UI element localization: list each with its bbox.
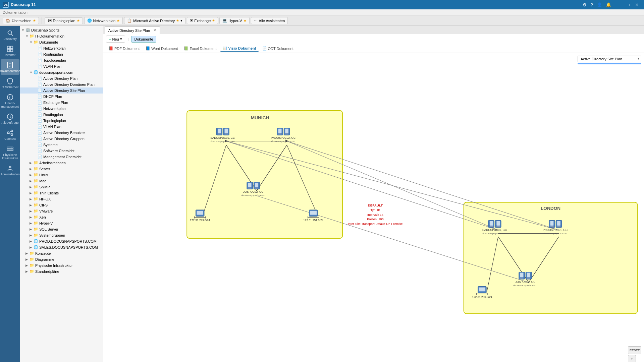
tree-item-linux[interactable]: ▶ 📁 Linux bbox=[20, 172, 103, 178]
dropdown-arrow-icon: ▾ bbox=[120, 37, 122, 41]
tab-label: Active Directory Site Plan bbox=[108, 28, 150, 33]
svg-text:SADOSPDC01, GC: SADOSPDC01, GC bbox=[210, 136, 235, 139]
tree-item-systeme[interactable]: 📄 Systeme bbox=[20, 142, 103, 148]
expand-icon: ▼ bbox=[30, 41, 34, 44]
toolbar-alle-assistenten[interactable]: ⋯ Alle Assistenten bbox=[251, 17, 288, 24]
tree-item-docusnapsports-com[interactable]: ▼ 🌐 docusnapsports.com bbox=[20, 69, 103, 75]
maximize-button[interactable]: □ bbox=[624, 1, 633, 8]
tree-item-hp-ux[interactable]: ▶ 📁 HP-UX bbox=[20, 196, 103, 202]
tree-item-routingplan2[interactable]: 📄 Routingplan bbox=[20, 112, 103, 118]
close-tab-icon[interactable]: ✕ bbox=[153, 28, 156, 33]
expand-icon: ▼ bbox=[30, 71, 34, 74]
tree-item-dhcp-plan[interactable]: 📄 DHCP Plan bbox=[20, 94, 103, 100]
sidebar-item-dokumentation[interactable]: Dokumentation bbox=[1, 59, 19, 75]
tree-item-topologieplan2[interactable]: 📄 Topologieplan bbox=[20, 118, 103, 124]
word-btn[interactable]: 📘 Word Dokument bbox=[143, 46, 180, 51]
tree-item-it-dokumentation[interactable]: ▼ 📁 IT-Dokumentation bbox=[20, 33, 103, 39]
diagram-type-selector[interactable]: Active Directory Site Plan Active Direct… bbox=[578, 56, 641, 62]
zoom-in-button[interactable]: + bbox=[628, 355, 636, 362]
conn-interval: Intervall: 15 bbox=[367, 213, 383, 217]
tree-item-sales-docusnap[interactable]: ▶ 🌐 SALES.DOCUSNAPSPORTS.COM bbox=[20, 244, 103, 250]
sidebar-item-alle-auftraege[interactable]: Alle Aufträge bbox=[1, 111, 19, 126]
tree-item-ad-gruppen[interactable]: 📄 Active Directory Gruppen bbox=[20, 136, 103, 142]
sidebar-item-inventar[interactable]: Inventar bbox=[1, 43, 19, 59]
settings-icon[interactable]: ⚙ bbox=[581, 2, 588, 8]
excel-btn[interactable]: 📗 Excel Dokument bbox=[181, 46, 219, 51]
tree-item-arbeitsstationen[interactable]: ▶ 📁 Arbeitsstationen bbox=[20, 160, 103, 166]
user-icon[interactable]: 👤 bbox=[596, 2, 603, 8]
tree-item-standardplane[interactable]: ▶ 📁 Standardpläne bbox=[20, 268, 103, 275]
tree-item-xen[interactable]: ▶ 📁 Xen bbox=[20, 214, 103, 220]
svg-text:docusnapsports.com: docusnapsports.com bbox=[271, 140, 295, 143]
plus-icon: + bbox=[109, 37, 111, 41]
toolbar-hyperv[interactable]: 💻 Hyper-V ★ bbox=[219, 17, 249, 24]
toolbar-exchange[interactable]: ✉ Exchange ★ bbox=[187, 17, 218, 24]
help-icon[interactable]: ? bbox=[589, 2, 594, 8]
tree-item-docusnap-sports[interactable]: ▼ 🏢 Docusnap Sports bbox=[20, 27, 103, 33]
sidebar-item-lizenz-management[interactable]: € Lizenz-management bbox=[1, 92, 19, 110]
toolbar-microsoft-ad[interactable]: 📋 Microsoft Active Directory ★ ▾ bbox=[124, 17, 185, 24]
expand-icon: ▶ bbox=[30, 179, 34, 183]
tree-item-snmp[interactable]: ▶ 📁 SNMP bbox=[20, 184, 103, 190]
tree-item-ad-benutzer[interactable]: 📄 Active Directory Benutzer bbox=[20, 130, 103, 136]
bell-icon[interactable]: 🔔 bbox=[605, 2, 612, 8]
tree-item-ad-site-plan[interactable]: 📄 Active Directory Site Plan bbox=[20, 87, 103, 94]
conn-transport: Inter-Site Transport Default On-Premise bbox=[348, 222, 402, 226]
sidebar-item-discovery[interactable]: Discovery bbox=[1, 27, 19, 43]
toolbar-topologieplan[interactable]: 🗺 Topologieplan ★ bbox=[45, 17, 83, 24]
visio-btn[interactable]: 📊 Visio Dokument bbox=[220, 45, 259, 52]
sidebar-item-physische-infrastruktur[interactable]: Physische Infrastruktur bbox=[1, 143, 19, 162]
tree-item-vlan-plan2[interactable]: 📄 VLAN Plan bbox=[20, 124, 103, 130]
tree-item-mac[interactable]: ▶ 📁 Mac bbox=[20, 178, 103, 184]
close-button[interactable]: ✕ bbox=[633, 1, 641, 8]
tree-item-ad-domaenen-plan[interactable]: 📄 Active Directory Domänen Plan bbox=[20, 81, 103, 87]
tree-item-physische-infra[interactable]: ▶ 📁 Physische Infrastruktur bbox=[20, 262, 103, 268]
reset-button[interactable]: RESET bbox=[628, 346, 641, 354]
tree-item-konzepte[interactable]: ▶ 📁 Konzepte bbox=[20, 250, 103, 256]
new-button[interactable]: + Neu ▾ bbox=[106, 36, 125, 43]
tree-item-vlan-plan[interactable]: 📄 VLAN Plan bbox=[20, 63, 103, 69]
munich-label: MUNICH bbox=[251, 115, 269, 120]
tree-item-server[interactable]: ▶ 📁 Server bbox=[20, 166, 103, 172]
tree-item-thin-clients[interactable]: ▶ 📁 Thin Clients bbox=[20, 190, 103, 196]
svg-rect-50 bbox=[197, 211, 203, 215]
tree-item-prod-docusnap[interactable]: ▶ 🌐 PROD.DOCUSNAPSPORTS.COM bbox=[20, 238, 103, 244]
tree-item-netzwerkplan[interactable]: 📄 Netzwerkplan bbox=[20, 45, 103, 51]
sidebar-item-it-sicherheit[interactable]: IT Sicherheit bbox=[1, 75, 19, 91]
tree-item-dokumente[interactable]: ▼ 📁 Dokumente bbox=[20, 39, 103, 45]
window-controls: — □ ✕ bbox=[615, 1, 641, 8]
dokumente-button[interactable]: Dokumente bbox=[131, 36, 156, 43]
odt-btn[interactable]: 📄 ODT Dokument bbox=[260, 46, 296, 51]
svg-text:172.31.251.0/24: 172.31.251.0/24 bbox=[303, 219, 323, 222]
star-icon: ★ bbox=[176, 19, 179, 22]
tree-item-ad-plan[interactable]: 📄 Active Directory Plan bbox=[20, 75, 103, 81]
odt-icon: 📄 bbox=[262, 46, 267, 51]
tree-item-systemgruppen[interactable]: ▶ 📁 Systemgruppen bbox=[20, 232, 103, 238]
tree-item-netzwerkplan2[interactable]: 📄 Netzwerkplan bbox=[20, 106, 103, 112]
sidebar-item-administration[interactable]: Administration bbox=[1, 163, 19, 178]
tree-item-vmware[interactable]: ▶ 📁 VMware bbox=[20, 208, 103, 214]
tab-active-directory-site-plan[interactable]: Active Directory Site Plan ✕ bbox=[105, 26, 160, 34]
sidebar-item-connect[interactable]: Connect bbox=[1, 127, 19, 142]
toolbar-netzwerkplan[interactable]: 🌐 Netzwerkplan ★ bbox=[84, 17, 123, 24]
tree-item-routingplan[interactable]: 📄 Routingplan bbox=[20, 51, 103, 57]
tree-item-diagramme[interactable]: ▶ 📁 Diagramme bbox=[20, 256, 103, 262]
tree-item-exchange-plan[interactable]: 📄 Exchange Plan bbox=[20, 100, 103, 106]
toolbar-ubersichten[interactable]: 🏠 Übersichten ★ bbox=[3, 17, 39, 24]
tabs-bar: Active Directory Site Plan ✕ bbox=[103, 26, 644, 34]
svg-text:DOSPDC02, GC: DOSPDC02, GC bbox=[243, 190, 264, 193]
minimize-button[interactable]: — bbox=[615, 1, 624, 8]
star-icon: ★ bbox=[244, 19, 247, 22]
tree-item-topologieplan[interactable]: 📄 Topologieplan bbox=[20, 57, 103, 63]
tree-item-cifs[interactable]: ▶ 📁 CIFS bbox=[20, 202, 103, 208]
dropdown-overlay: Active Directory Site Plan Active Direct… bbox=[578, 56, 641, 64]
svg-rect-34 bbox=[278, 129, 282, 133]
pdf-btn[interactable]: 📕 PDF Dokument bbox=[106, 46, 142, 51]
tree-item-sql-server[interactable]: ▶ 📁 SQL Server bbox=[20, 226, 103, 232]
tree-item-software-ubersicht[interactable]: 📄 Software Übersicht bbox=[20, 148, 103, 154]
svg-line-19 bbox=[9, 133, 11, 134]
diagram-type-select[interactable]: Active Directory Site Plan Active Direct… bbox=[578, 56, 641, 62]
topo-icon: 🗺 bbox=[48, 19, 51, 23]
tree-item-management-ubersicht[interactable]: 📄 Management Übersicht bbox=[20, 154, 103, 160]
tree-item-hyper-v[interactable]: ▶ 📁 Hyper-V bbox=[20, 220, 103, 226]
